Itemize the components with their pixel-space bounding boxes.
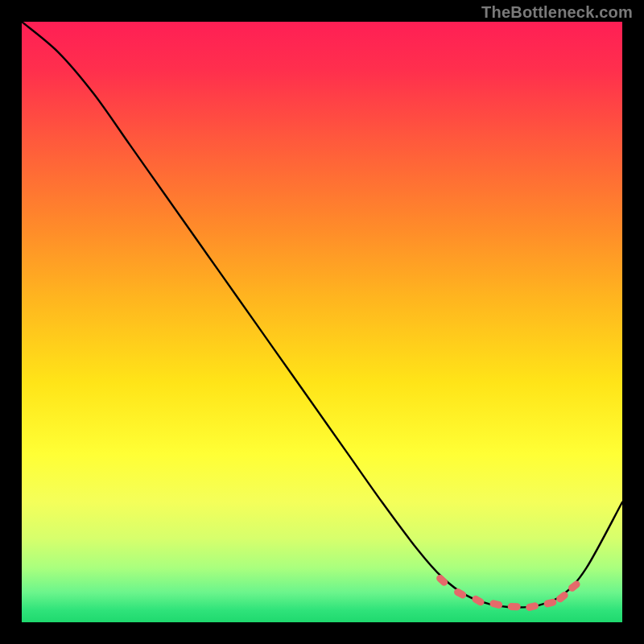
curve-marker [567, 580, 581, 593]
curve-marker [525, 601, 539, 612]
curve-marker [489, 599, 503, 609]
curve-marker [508, 603, 521, 610]
watermark-text: TheBottleneck.com [481, 3, 633, 22]
bottleneck-curve [22, 22, 622, 607]
curve-marker [555, 590, 569, 604]
curve-layer [22, 22, 622, 622]
curve-marker [471, 594, 485, 607]
plot-gradient-area [22, 22, 622, 622]
chart-frame: TheBottleneck.com [0, 0, 644, 644]
curve-marker [435, 573, 449, 588]
curve-markers [435, 573, 581, 612]
